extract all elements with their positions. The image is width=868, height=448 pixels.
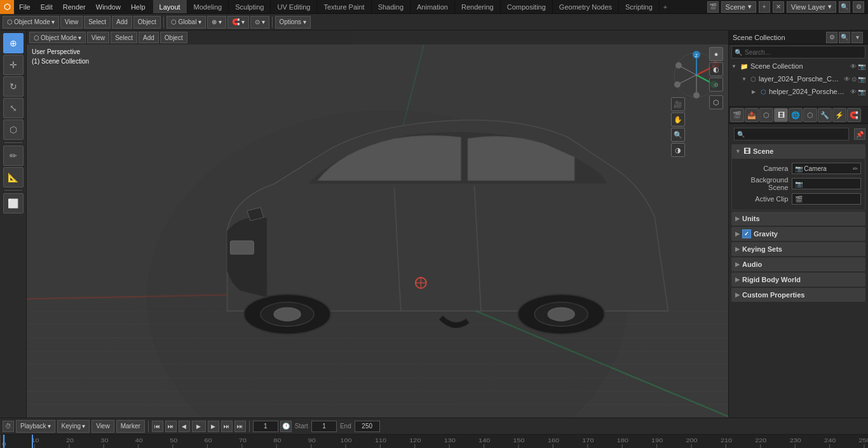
scene-select[interactable]: Scene ▾ (721, 1, 756, 13)
menu-window[interactable]: Window (91, 0, 126, 13)
background-scene-value[interactable]: 📷 (792, 178, 861, 189)
vis-icon-1[interactable]: 👁 (844, 76, 850, 83)
search-icon[interactable]: 🔍 (839, 1, 850, 13)
tool-transform[interactable]: ⬡ (3, 119, 24, 140)
props-scene-icon[interactable]: 🎞 (774, 108, 788, 122)
mode-selector[interactable]: ⬡ Object Mode ▾ (3, 16, 59, 29)
gravity-checkbox[interactable]: ✓ (742, 229, 751, 238)
timeline-view-btn[interactable]: View (92, 420, 114, 433)
viewport-view-btn[interactable]: View (87, 32, 110, 43)
audio-header[interactable]: ▶ Audio (731, 257, 865, 271)
props-render-icon[interactable]: 🎬 (730, 108, 744, 122)
tool-annotate[interactable]: ✏ (3, 146, 24, 166)
tool-move[interactable]: ✛ (3, 55, 24, 75)
outliner-search-bar[interactable]: 🔍 Search... (731, 46, 865, 58)
scene-remove-icon[interactable]: ✕ (773, 1, 784, 13)
tab-geometry-nodes[interactable]: Geometry Nodes (553, 0, 619, 13)
tab-rendering[interactable]: Rendering (455, 0, 501, 13)
rend-icon-2[interactable]: 📷 (858, 88, 865, 95)
current-frame[interactable]: 1 (253, 421, 278, 432)
tab-shading[interactable]: Shading (372, 0, 410, 13)
sel-icon-1[interactable]: ⊙ (851, 76, 857, 83)
tab-add[interactable]: + (660, 0, 671, 13)
props-search-bar[interactable]: 🔍 (734, 128, 849, 140)
scene-section-header[interactable]: ▼ 🎞 Scene (731, 144, 865, 158)
play-prev-keyframe[interactable]: ⏭ (165, 421, 177, 432)
tab-scripting[interactable]: Scripting (619, 0, 660, 13)
menu-edit[interactable]: Edit (36, 0, 58, 13)
snap-btn[interactable]: 🧲 ▾ (227, 16, 249, 29)
shading-solid-btn[interactable]: ● (709, 47, 723, 61)
props-world-icon[interactable]: 🌐 (789, 108, 803, 122)
units-header[interactable]: ▶ Units (731, 212, 865, 226)
shading-material-btn[interactable]: ◐ (709, 62, 723, 76)
props-modifier-icon[interactable]: 🔧 (818, 108, 832, 122)
marker-btn[interactable]: Marker (116, 420, 145, 433)
play-btn[interactable]: ▶ (192, 421, 206, 432)
tab-animation[interactable]: Animation (410, 0, 455, 13)
timeline-mode-icon[interactable]: ⏱ (3, 421, 14, 432)
keying-btn[interactable]: Keying ▾ (57, 420, 90, 433)
camera-value[interactable]: 📷 Camera ✏ (792, 163, 861, 174)
tool-add-cube[interactable]: ⬜ (3, 193, 24, 214)
play-next-keyframe[interactable]: ⏭ (221, 421, 233, 432)
outliner-collapse-icon[interactable]: ▾ (851, 32, 863, 43)
tool-cursor[interactable]: ⊕ (3, 33, 24, 53)
camera-btn[interactable]: 🎥 (671, 97, 685, 111)
engine-icon[interactable]: 🎬 (707, 1, 719, 13)
outliner-item-2[interactable]: ▶ ⬡ helper_2024_Porsche_Ca 👁 📷 (729, 85, 868, 98)
shading-wireframe-btn[interactable]: ⬡ (709, 95, 723, 109)
tool-rotate[interactable]: ↻ (3, 76, 24, 97)
tab-texture-paint[interactable]: Texture Paint (317, 0, 371, 13)
keying-sets-header[interactable]: ▶ Keying Sets (731, 242, 865, 256)
gravity-header[interactable]: ▶ ✓ Gravity (731, 227, 865, 241)
outliner-filter-icon[interactable]: ⚙ (826, 32, 837, 43)
add-btn[interactable]: Add (112, 16, 132, 29)
render-preview-btn[interactable]: ◑ (671, 143, 685, 157)
rigid-body-header[interactable]: ▶ Rigid Body World (731, 273, 865, 287)
start-frame[interactable]: 1 (311, 421, 337, 432)
hand-btn[interactable]: ✋ (671, 112, 685, 126)
tab-sculpting[interactable]: Sculpting (229, 0, 271, 13)
clock-icon[interactable]: 🕐 (280, 421, 292, 432)
props-pin-icon[interactable]: 📌 (854, 128, 865, 140)
props-output-icon[interactable]: 📤 (745, 108, 759, 122)
tab-compositing[interactable]: Compositing (501, 0, 553, 13)
viewport[interactable]: ⬡ Object Mode ▾ View Select Add Object U… (27, 31, 728, 417)
viewport-add-btn[interactable]: Add (139, 32, 159, 43)
zoom-btn[interactable]: 🔍 (671, 128, 685, 142)
camera-edit-icon[interactable]: ✏ (853, 165, 858, 172)
vis-icon-2[interactable]: 👁 (850, 88, 857, 95)
play-last-frame[interactable]: ⏭ (234, 421, 246, 432)
props-view-layer-icon[interactable]: ⬡ (759, 108, 773, 122)
custom-props-header[interactable]: ▶ Custom Properties (731, 288, 865, 302)
view-layer-select[interactable]: View Layer ▾ (787, 1, 836, 13)
rend-icon-1[interactable]: 📷 (858, 76, 865, 83)
viewport-mode-btn[interactable]: ⬡ Object Mode ▾ (29, 32, 86, 43)
shading-render-btn[interactable]: ○ (709, 78, 723, 92)
object-btn[interactable]: Object (133, 16, 161, 29)
transform-pivot[interactable]: ⊕ ▾ (207, 16, 226, 29)
play-first-frame[interactable]: ⏮ (152, 421, 163, 432)
viewport-object-btn[interactable]: Object (160, 32, 187, 43)
view-btn[interactable]: View (60, 16, 83, 29)
filter-icon[interactable]: ⚙ (853, 1, 864, 13)
proportional-edit[interactable]: ⊙ ▾ (250, 16, 269, 29)
tool-measure[interactable]: 📐 (3, 167, 24, 187)
restrict-icon[interactable]: 👁 (850, 63, 857, 70)
scene-add-icon[interactable]: + (759, 1, 770, 13)
menu-help[interactable]: Help (126, 0, 151, 13)
outliner-scene-collection[interactable]: ▼ 📁 Scene Collection 👁 📷 (729, 60, 868, 72)
options-btn[interactable]: Options ▾ (275, 16, 311, 29)
active-clip-value[interactable]: 🎬 (792, 193, 861, 205)
props-physics-icon[interactable]: 🧲 (847, 108, 861, 122)
timeline-ruler[interactable]: 0 10 20 30 40 50 60 70 80 90 100 110 120 (0, 435, 868, 448)
props-object-icon[interactable]: ⬡ (803, 108, 817, 122)
viewport-select-btn[interactable]: Select (111, 32, 137, 43)
outliner-search-icon[interactable]: 🔍 (839, 32, 850, 43)
select-btn[interactable]: Select (84, 16, 111, 29)
restrict-render[interactable]: 📷 (858, 63, 865, 70)
tab-modeling[interactable]: Modeling (187, 0, 229, 13)
props-particles-icon[interactable]: ⚡ (832, 108, 846, 122)
playback-btn[interactable]: Playback ▾ (16, 420, 55, 433)
